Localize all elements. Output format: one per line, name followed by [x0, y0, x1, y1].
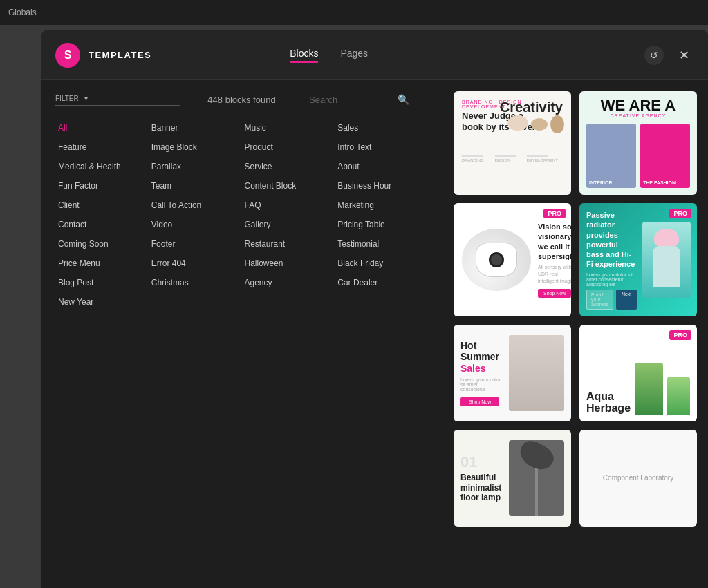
bar2-label: DESIGN: [495, 158, 516, 162]
summer-text: Hot Summer Sales Lorem ipsum dolor sit a…: [460, 340, 503, 406]
camera-image: [462, 229, 531, 291]
camera-title: Vision so visionary we call it supersigh…: [538, 222, 571, 261]
summer-title: Hot Summer Sales: [460, 340, 503, 374]
refresh-button[interactable]: ↺: [644, 46, 664, 65]
template-we-are-a[interactable]: WE ARE A CREATIVE AGENCY INTERIOR THE FA…: [579, 91, 697, 195]
search-box[interactable]: 🔍: [304, 91, 428, 108]
template-component-lab[interactable]: Component Laboratory: [579, 430, 697, 527]
bar1-label: BRANDING: [462, 158, 484, 162]
cat-gallery[interactable]: Gallery: [242, 216, 335, 233]
cat-client[interactable]: Client: [55, 197, 149, 214]
audio-email-placeholder[interactable]: Email your address: [586, 290, 613, 310]
audio-text: Passive radiator provides powerful bass …: [586, 210, 637, 310]
cat-product[interactable]: Product: [242, 139, 335, 155]
summer-lady-image: [509, 335, 564, 411]
filter-label: FILTER: [55, 95, 79, 102]
cat-testimonial[interactable]: Testimonial: [335, 236, 428, 252]
cat-blog-post[interactable]: Blog Post: [55, 274, 149, 291]
camera-text: Vision so visionary we call it supersigh…: [538, 222, 571, 298]
search-input[interactable]: [309, 95, 392, 105]
cat-intro-text[interactable]: Intro Text: [335, 139, 428, 155]
cat-banner[interactable]: Banner: [149, 120, 242, 136]
search-icon: 🔍: [398, 94, 409, 105]
cat-price-menu[interactable]: Price Menu: [55, 255, 149, 272]
cat-call-to-action[interactable]: Call To Action: [149, 197, 242, 214]
template-summer[interactable]: Hot Summer Sales Lorem ipsum dolor sit a…: [454, 325, 571, 421]
cat-medical-health[interactable]: Medical & Health: [55, 158, 149, 175]
summer-desc: Lorem ipsum dolor sit amet consectetur: [460, 377, 503, 392]
cat-fun-factor[interactable]: Fun Factor: [55, 178, 149, 194]
top-bar: Globals: [0, 0, 708, 25]
template-floor-lamp[interactable]: 01 Beautiful minimalist floor lamp: [454, 430, 571, 527]
modal-tabs: Blocks Pages: [290, 48, 368, 63]
cat-error-404[interactable]: Error 404: [149, 255, 242, 272]
audio-title: Passive radiator provides powerful bass …: [586, 210, 637, 269]
lamp-number: 01: [460, 453, 503, 471]
bar3: [527, 155, 548, 157]
aqua-plant1: [635, 363, 663, 415]
categories-grid: All Banner Music Sales Feature Image Blo…: [55, 120, 428, 310]
fashion-card: THE FASHION: [640, 124, 690, 188]
cat-service[interactable]: Service: [242, 158, 335, 175]
audio-btn[interactable]: Next: [616, 290, 637, 310]
cat-black-friday[interactable]: Black Friday: [335, 255, 428, 272]
cat-pricing-table[interactable]: Pricing Table: [335, 216, 428, 233]
aqua-title: Aqua Herbage: [586, 390, 631, 415]
cat-faq[interactable]: FAQ: [242, 197, 335, 214]
modal-header-actions: ↺ ✕: [644, 46, 694, 65]
cat-image-block[interactable]: Image Block: [149, 139, 242, 155]
topbar-item-globals[interactable]: Globals: [8, 8, 37, 17]
cat-footer[interactable]: Footer: [149, 236, 242, 252]
cat-coming-soon[interactable]: Coming Soon: [55, 236, 149, 252]
stone3-icon: [550, 115, 564, 133]
bar1: [462, 155, 483, 157]
camera-lens: [489, 252, 504, 267]
audio-desc: Lorem ipsum dolor sit amet consectetur a…: [586, 272, 637, 287]
cat-all[interactable]: All: [55, 120, 149, 136]
cat-about[interactable]: About: [335, 158, 428, 175]
template-audio[interactable]: PRO Passive radiator provides powerful b…: [579, 203, 697, 316]
cat-halloween[interactable]: Halloween: [242, 255, 335, 272]
we-are-subtitle: CREATIVE AGENCY: [586, 113, 690, 118]
templates-modal: S TEMPLATES Blocks Pages ↺ ✕ FILTER ▾ 44…: [41, 30, 708, 588]
cat-business-hour[interactable]: Business Hour: [335, 178, 428, 194]
camera-body: [476, 243, 517, 277]
girl-body: [653, 246, 680, 287]
audio-girl-image: [642, 222, 691, 298]
template-creativity[interactable]: BRANDING · DESIGN · DEVELOPMENT Never Ju…: [454, 91, 571, 195]
component-lab-label: Component Laboratory: [603, 474, 673, 482]
tab-blocks[interactable]: Blocks: [290, 48, 318, 63]
bar3-label: DEVELOPMENT: [527, 158, 558, 162]
close-button[interactable]: ✕: [675, 46, 694, 65]
we-are-title: WE ARE A: [586, 98, 690, 113]
cat-video[interactable]: Video: [149, 216, 242, 233]
modal-header: S TEMPLATES Blocks Pages ↺ ✕: [41, 30, 708, 80]
cat-restaurant[interactable]: Restaurant: [242, 236, 335, 252]
template-aqua[interactable]: PRO Aqua Herbage: [579, 325, 697, 421]
creativity-col1: BRANDING: [462, 155, 484, 162]
cat-feature[interactable]: Feature: [55, 139, 149, 155]
lamp-image: [509, 440, 564, 516]
summer-btn[interactable]: Shop Now: [460, 397, 499, 406]
cat-christmas[interactable]: Christmas: [149, 274, 242, 291]
cat-music[interactable]: Music: [242, 120, 335, 136]
cat-team[interactable]: Team: [149, 178, 242, 194]
cat-contact[interactable]: Contact: [55, 216, 149, 233]
filter-dropdown[interactable]: FILTER ▾: [55, 95, 180, 106]
cat-parallax[interactable]: Parallax: [149, 158, 242, 175]
creativity-footer: BRANDING DESIGN DEVELOPMENT: [462, 135, 563, 162]
camera-btn[interactable]: Shop Now: [538, 289, 571, 298]
pro-badge-audio: PRO: [669, 209, 691, 218]
cat-car-dealer[interactable]: Car Dealer: [335, 274, 428, 291]
template-product-cam[interactable]: PRO Vision so visionary we call it super…: [454, 203, 571, 316]
interior-card: INTERIOR: [586, 124, 636, 188]
blocks-count: 448 blocks found: [207, 95, 275, 105]
cat-marketing[interactable]: Marketing: [335, 197, 428, 214]
cat-content-block[interactable]: Content Block: [242, 178, 335, 194]
modal-body: FILTER ▾ 448 blocks found 🔍 All Banner M…: [41, 80, 708, 588]
tab-pages[interactable]: Pages: [340, 48, 368, 63]
stone1-icon: [507, 115, 528, 131]
cat-new-year[interactable]: New Year: [55, 294, 149, 310]
cat-sales[interactable]: Sales: [335, 120, 428, 136]
cat-agency[interactable]: Agency: [242, 274, 335, 291]
